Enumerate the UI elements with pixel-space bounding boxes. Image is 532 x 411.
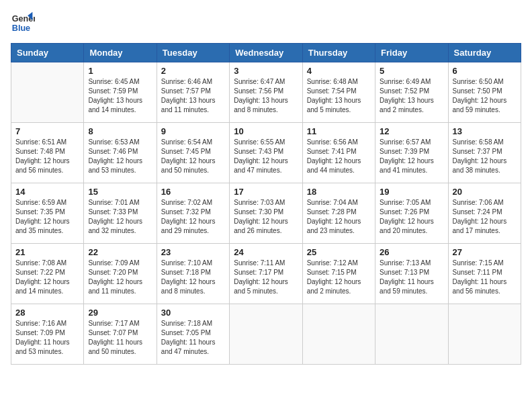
day-number: 9 [161, 126, 225, 136]
calendar-week-3: 14Sunrise: 6:59 AM Sunset: 7:35 PM Dayli… [11, 183, 521, 244]
calendar-cell: 11Sunrise: 6:56 AM Sunset: 7:41 PM Dayli… [302, 123, 375, 183]
day-info: Sunrise: 6:57 AM Sunset: 7:39 PM Dayligh… [380, 138, 443, 175]
calendar-cell: 23Sunrise: 7:10 AM Sunset: 7:18 PM Dayli… [157, 244, 229, 304]
calendar-cell: 17Sunrise: 7:03 AM Sunset: 7:30 PM Dayli… [230, 183, 302, 244]
calendar-table: SundayMondayTuesdayWednesdayThursdayFrid… [11, 43, 521, 365]
calendar-cell: 30Sunrise: 7:18 AM Sunset: 7:05 PM Dayli… [157, 304, 229, 365]
day-number: 4 [307, 66, 371, 76]
logo-icon: General Blue [11, 11, 35, 35]
calendar-cell: 4Sunrise: 6:48 AM Sunset: 7:54 PM Daylig… [302, 62, 375, 123]
day-number: 24 [234, 247, 298, 257]
day-info: Sunrise: 7:03 AM Sunset: 7:30 PM Dayligh… [234, 198, 298, 236]
calendar-cell: 20Sunrise: 7:06 AM Sunset: 7:24 PM Dayli… [448, 183, 521, 244]
day-number: 21 [15, 247, 79, 257]
calendar-cell: 10Sunrise: 6:55 AM Sunset: 7:43 PM Dayli… [230, 123, 302, 183]
calendar-cell: 18Sunrise: 7:04 AM Sunset: 7:28 PM Dayli… [302, 183, 375, 244]
day-info: Sunrise: 6:58 AM Sunset: 7:37 PM Dayligh… [453, 138, 517, 175]
day-info: Sunrise: 7:11 AM Sunset: 7:17 PM Dayligh… [234, 259, 298, 296]
day-number: 28 [15, 308, 79, 318]
day-info: Sunrise: 7:18 AM Sunset: 7:05 PM Dayligh… [161, 319, 225, 357]
calendar-cell [448, 304, 521, 365]
calendar-cell: 21Sunrise: 7:08 AM Sunset: 7:22 PM Dayli… [11, 244, 84, 304]
day-number: 10 [234, 126, 298, 136]
day-info: Sunrise: 7:13 AM Sunset: 7:13 PM Dayligh… [380, 259, 443, 296]
day-number: 1 [88, 66, 152, 76]
day-number: 29 [88, 308, 152, 318]
calendar-cell: 13Sunrise: 6:58 AM Sunset: 7:37 PM Dayli… [448, 123, 521, 183]
day-number: 14 [15, 187, 79, 197]
calendar-cell: 22Sunrise: 7:09 AM Sunset: 7:20 PM Dayli… [84, 244, 157, 304]
day-number: 12 [380, 126, 443, 136]
day-number: 18 [307, 187, 371, 197]
day-info: Sunrise: 6:47 AM Sunset: 7:56 PM Dayligh… [234, 77, 298, 115]
day-info: Sunrise: 7:08 AM Sunset: 7:22 PM Dayligh… [15, 259, 79, 296]
calendar-cell: 16Sunrise: 7:02 AM Sunset: 7:32 PM Dayli… [157, 183, 229, 244]
day-number: 7 [15, 126, 79, 136]
day-info: Sunrise: 7:10 AM Sunset: 7:18 PM Dayligh… [161, 259, 225, 296]
day-info: Sunrise: 6:51 AM Sunset: 7:48 PM Dayligh… [15, 138, 79, 175]
calendar-cell: 12Sunrise: 6:57 AM Sunset: 7:39 PM Dayli… [375, 123, 448, 183]
column-header-friday: Friday [375, 44, 448, 62]
day-info: Sunrise: 6:50 AM Sunset: 7:50 PM Dayligh… [453, 77, 517, 115]
logo: General Blue [11, 11, 35, 35]
column-header-tuesday: Tuesday [157, 44, 229, 62]
calendar-cell: 5Sunrise: 6:49 AM Sunset: 7:52 PM Daylig… [375, 62, 448, 123]
calendar-cell [302, 304, 375, 365]
calendar-cell: 24Sunrise: 7:11 AM Sunset: 7:17 PM Dayli… [230, 244, 302, 304]
calendar-cell: 28Sunrise: 7:16 AM Sunset: 7:09 PM Dayli… [11, 304, 84, 365]
page-header: General Blue [11, 11, 521, 35]
calendar-week-5: 28Sunrise: 7:16 AM Sunset: 7:09 PM Dayli… [11, 304, 521, 365]
day-info: Sunrise: 7:09 AM Sunset: 7:20 PM Dayligh… [88, 259, 152, 296]
day-number: 6 [453, 66, 517, 76]
calendar-week-2: 7Sunrise: 6:51 AM Sunset: 7:48 PM Daylig… [11, 123, 521, 183]
calendar-cell: 29Sunrise: 7:17 AM Sunset: 7:07 PM Dayli… [84, 304, 157, 365]
calendar-cell: 25Sunrise: 7:12 AM Sunset: 7:15 PM Dayli… [302, 244, 375, 304]
calendar-cell: 3Sunrise: 6:47 AM Sunset: 7:56 PM Daylig… [230, 62, 302, 123]
calendar-cell: 8Sunrise: 6:53 AM Sunset: 7:46 PM Daylig… [84, 123, 157, 183]
day-info: Sunrise: 6:49 AM Sunset: 7:52 PM Dayligh… [380, 77, 443, 115]
svg-text:Blue: Blue [12, 24, 30, 33]
calendar-cell [11, 62, 84, 123]
calendar-week-1: 1Sunrise: 6:45 AM Sunset: 7:59 PM Daylig… [11, 62, 521, 123]
day-info: Sunrise: 7:05 AM Sunset: 7:26 PM Dayligh… [380, 198, 443, 236]
day-info: Sunrise: 6:48 AM Sunset: 7:54 PM Dayligh… [307, 77, 371, 115]
day-number: 27 [453, 247, 517, 257]
day-info: Sunrise: 7:17 AM Sunset: 7:07 PM Dayligh… [88, 319, 152, 357]
calendar-week-4: 21Sunrise: 7:08 AM Sunset: 7:22 PM Dayli… [11, 244, 521, 304]
day-number: 30 [161, 308, 225, 318]
calendar-cell: 2Sunrise: 6:46 AM Sunset: 7:57 PM Daylig… [157, 62, 229, 123]
day-number: 5 [380, 66, 443, 76]
column-header-saturday: Saturday [448, 44, 521, 62]
day-number: 16 [161, 187, 225, 197]
column-header-wednesday: Wednesday [230, 44, 302, 62]
calendar-cell: 9Sunrise: 6:54 AM Sunset: 7:45 PM Daylig… [157, 123, 229, 183]
day-number: 25 [307, 247, 371, 257]
day-info: Sunrise: 7:01 AM Sunset: 7:33 PM Dayligh… [88, 198, 152, 236]
day-info: Sunrise: 6:54 AM Sunset: 7:45 PM Dayligh… [161, 138, 225, 175]
day-info: Sunrise: 7:02 AM Sunset: 7:32 PM Dayligh… [161, 198, 225, 236]
calendar-cell: 7Sunrise: 6:51 AM Sunset: 7:48 PM Daylig… [11, 123, 84, 183]
calendar-cell: 27Sunrise: 7:15 AM Sunset: 7:11 PM Dayli… [448, 244, 521, 304]
day-number: 22 [88, 247, 152, 257]
day-info: Sunrise: 7:15 AM Sunset: 7:11 PM Dayligh… [453, 259, 517, 296]
day-number: 19 [380, 187, 443, 197]
day-info: Sunrise: 6:56 AM Sunset: 7:41 PM Dayligh… [307, 138, 371, 175]
column-header-monday: Monday [84, 44, 157, 62]
calendar-cell: 14Sunrise: 6:59 AM Sunset: 7:35 PM Dayli… [11, 183, 84, 244]
day-info: Sunrise: 6:53 AM Sunset: 7:46 PM Dayligh… [88, 138, 152, 175]
calendar-cell: 6Sunrise: 6:50 AM Sunset: 7:50 PM Daylig… [448, 62, 521, 123]
day-info: Sunrise: 7:06 AM Sunset: 7:24 PM Dayligh… [453, 198, 517, 236]
column-header-sunday: Sunday [11, 44, 84, 62]
calendar-header-row: SundayMondayTuesdayWednesdayThursdayFrid… [11, 44, 521, 62]
day-info: Sunrise: 6:46 AM Sunset: 7:57 PM Dayligh… [161, 77, 225, 115]
day-number: 20 [453, 187, 517, 197]
day-info: Sunrise: 6:59 AM Sunset: 7:35 PM Dayligh… [15, 198, 79, 236]
day-number: 2 [161, 66, 225, 76]
day-info: Sunrise: 7:12 AM Sunset: 7:15 PM Dayligh… [307, 259, 371, 296]
calendar-cell: 26Sunrise: 7:13 AM Sunset: 7:13 PM Dayli… [375, 244, 448, 304]
calendar-cell: 19Sunrise: 7:05 AM Sunset: 7:26 PM Dayli… [375, 183, 448, 244]
day-number: 13 [453, 126, 517, 136]
calendar-cell: 1Sunrise: 6:45 AM Sunset: 7:59 PM Daylig… [84, 62, 157, 123]
day-number: 11 [307, 126, 371, 136]
calendar-cell: 15Sunrise: 7:01 AM Sunset: 7:33 PM Dayli… [84, 183, 157, 244]
